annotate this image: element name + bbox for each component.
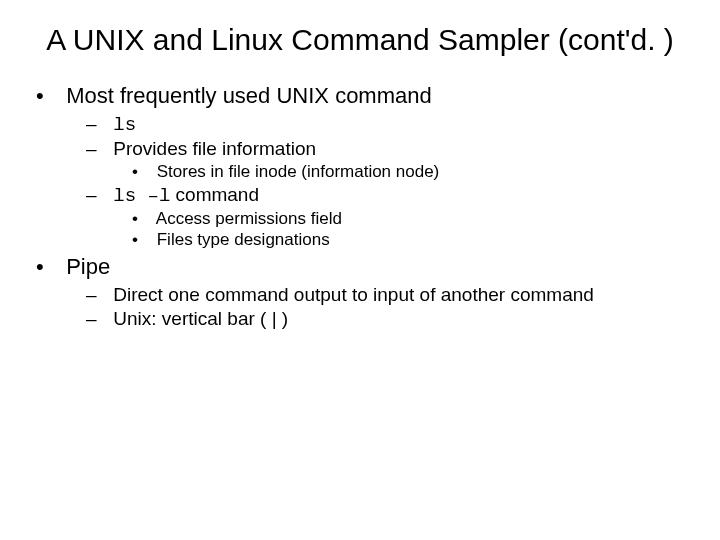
bullet-list-level3: Access permissions field Files type desi…: [108, 209, 680, 250]
list-item: Provides file information Stores in file…: [108, 138, 680, 182]
list-item: Unix: vertical bar ( | ): [108, 308, 680, 330]
bullet-text: Direct one command output to input of an…: [113, 284, 594, 305]
bullet-text: Unix: vertical bar ( | ): [113, 308, 288, 329]
bullet-list-level2: Direct one command output to input of an…: [60, 284, 680, 330]
bullet-text: Files type designations: [157, 230, 330, 249]
slide-title: A UNIX and Linux Command Sampler (cont'd…: [40, 20, 680, 59]
bullet-text: command: [170, 184, 259, 205]
bullet-list-level1: Most frequently used UNIX command ls Pro…: [40, 83, 680, 330]
list-item: Files type designations: [152, 230, 680, 250]
bullet-text: Pipe: [66, 254, 110, 279]
list-item: Access permissions field: [152, 209, 680, 229]
bullet-list-level2: ls Provides file information Stores in f…: [60, 113, 680, 250]
code-text: ls: [113, 114, 136, 136]
bullet-text: Stores in file inode (information node): [157, 162, 440, 181]
bullet-text: Access permissions field: [156, 209, 342, 228]
list-item: Stores in file inode (information node): [152, 162, 680, 182]
list-item: ls: [108, 113, 680, 136]
bullet-text: Provides file information: [113, 138, 316, 159]
list-item: Direct one command output to input of an…: [108, 284, 680, 306]
list-item: ls –l command Access permissions field F…: [108, 184, 680, 250]
list-item: Pipe Direct one command output to input …: [60, 254, 680, 330]
list-item: Most frequently used UNIX command ls Pro…: [60, 83, 680, 250]
bullet-text: Most frequently used UNIX command: [66, 83, 432, 108]
code-text: ls –l: [113, 185, 170, 207]
bullet-list-level3: Stores in file inode (information node): [108, 162, 680, 182]
